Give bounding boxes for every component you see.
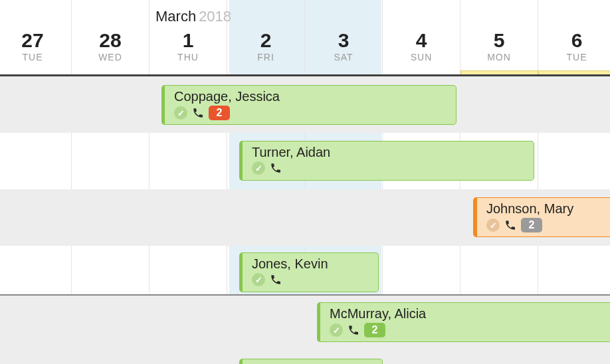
day-dow: TUE <box>538 52 610 62</box>
day-dow: THU <box>150 52 227 62</box>
day-number: 3 <box>305 31 382 50</box>
day-number: 27 <box>0 31 71 50</box>
day-number: 5 <box>460 31 538 50</box>
event-name: Turner, Aidan <box>252 145 527 160</box>
day-dow: TUE <box>0 52 71 62</box>
phone-icon <box>348 324 359 336</box>
event-block[interactable]: McMurray, Alicia 2 <box>317 302 610 342</box>
event-name: McMurray, Alicia <box>330 306 603 321</box>
day-number: 4 <box>383 31 460 50</box>
check-icon <box>330 323 343 337</box>
day-dow: SUN <box>383 52 460 62</box>
check-icon <box>486 219 500 232</box>
check-icon <box>252 273 265 286</box>
event-block[interactable]: Jones, Kevin <box>239 252 379 292</box>
phone-icon <box>270 274 282 286</box>
phone-icon <box>270 162 282 174</box>
month-name: March <box>155 8 196 25</box>
event-block-partial[interactable] <box>239 359 383 364</box>
day-dow: FRI <box>227 52 304 62</box>
event-badge: 2 <box>521 218 542 232</box>
event-block[interactable]: Coppage, Jessica 2 <box>161 85 457 125</box>
row-divider <box>0 294 610 296</box>
day-dow: SAT <box>305 52 382 62</box>
month-label: March2018 <box>155 8 231 25</box>
day-number: 2 <box>227 31 304 50</box>
event-block[interactable]: Johnson, Mary 2 <box>473 197 610 237</box>
event-badge: 2 <box>209 106 230 120</box>
event-name: Coppage, Jessica <box>174 89 449 104</box>
check-icon <box>252 161 265 175</box>
event-badge: 2 <box>364 323 385 337</box>
day-number: 28 <box>72 31 149 50</box>
check-icon <box>174 106 187 120</box>
day-dow: MON <box>460 52 538 62</box>
event-block[interactable]: Turner, Aidan <box>239 141 534 181</box>
day-dow: WED <box>72 52 149 62</box>
year: 2018 <box>199 8 231 25</box>
day-number: 1 <box>150 31 227 50</box>
event-name: Johnson, Mary <box>486 201 603 217</box>
day-number: 6 <box>538 31 610 50</box>
phone-icon <box>192 107 204 119</box>
event-name: Jones, Kevin <box>252 256 371 272</box>
phone-icon <box>504 219 516 231</box>
